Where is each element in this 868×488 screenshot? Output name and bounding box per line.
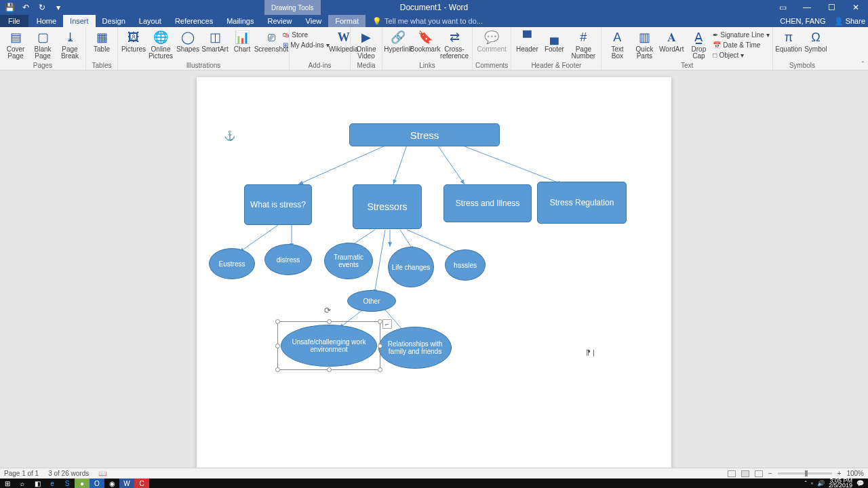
handle[interactable] xyxy=(327,367,332,372)
zoom-out-button[interactable]: − xyxy=(768,470,772,477)
qat-customize-icon[interactable]: ▾ xyxy=(53,2,64,13)
network-icon[interactable]: ▫ xyxy=(811,480,813,487)
chrome-icon[interactable]: ◉ xyxy=(104,479,119,488)
word-icon[interactable]: W xyxy=(119,479,134,488)
handle[interactable] xyxy=(275,319,280,324)
undo-icon[interactable]: ↶ xyxy=(20,2,31,13)
volume-icon[interactable]: 🔊 xyxy=(817,480,825,487)
user-name[interactable]: CHEN, FANG xyxy=(780,17,825,25)
start-button[interactable]: ⊞ xyxy=(0,479,15,488)
redo-icon[interactable]: ↻ xyxy=(37,2,47,13)
zoom-in-button[interactable]: + xyxy=(837,470,842,477)
ie-icon[interactable]: e xyxy=(45,479,60,488)
close-button[interactable]: ✕ xyxy=(844,0,868,15)
bookmark-button[interactable]: 🔖Bookmark xyxy=(412,28,438,53)
layout-options-icon[interactable]: ⌐ xyxy=(382,319,392,329)
share-button[interactable]: 👤 Share xyxy=(834,17,865,26)
tab-insert[interactable]: Insert xyxy=(63,15,96,27)
rotate-handle-icon[interactable]: ⟳ xyxy=(324,306,334,315)
quick-parts-button[interactable]: ▥Quick Parts xyxy=(631,28,657,60)
symbol-button[interactable]: ΩSymbol xyxy=(803,28,829,53)
zoom-level[interactable]: 100% xyxy=(846,470,864,477)
drop-cap-button[interactable]: A̲Drop Cap xyxy=(686,28,711,60)
shape-life-changes[interactable]: Life changes xyxy=(388,247,434,287)
save-icon[interactable]: 💾 xyxy=(4,2,15,13)
handle[interactable] xyxy=(327,319,332,324)
selection-box[interactable]: ⟳ ⌐ xyxy=(277,321,380,370)
blank-page-button[interactable]: ▢Blank Page xyxy=(30,28,56,60)
notifications-icon[interactable]: 💬 xyxy=(856,480,864,487)
shapes-button[interactable]: ◯Shapes xyxy=(175,28,201,53)
shape-root[interactable]: Stress xyxy=(349,123,500,146)
cross-reference-button[interactable]: ⇄Cross-reference xyxy=(439,28,469,60)
minimize-button[interactable]: — xyxy=(795,0,819,15)
document-workspace[interactable]: ⚓ Stress What is stress? Stressors Stres… xyxy=(0,70,868,468)
tab-design[interactable]: Design xyxy=(96,15,132,27)
store-button[interactable]: 🛍Store xyxy=(283,30,329,40)
handle[interactable] xyxy=(275,344,280,348)
web-layout-icon[interactable] xyxy=(755,470,763,477)
tab-layout[interactable]: Layout xyxy=(132,15,168,27)
handle[interactable] xyxy=(378,344,382,348)
handle[interactable] xyxy=(378,319,382,324)
maximize-button[interactable]: ☐ xyxy=(819,0,844,15)
hyperlink-button[interactable]: 🔗Hyperlink xyxy=(385,28,411,53)
object-button[interactable]: □Object ▾ xyxy=(713,50,770,60)
print-layout-icon[interactable] xyxy=(741,470,749,477)
tray-chevron-icon[interactable]: ˆ xyxy=(805,480,807,487)
shape-what-is-stress[interactable]: What is stress? xyxy=(244,184,312,225)
shape-hassles[interactable]: hassles xyxy=(445,249,486,281)
shape-stress-illness[interactable]: Stress and Illness xyxy=(443,184,532,222)
smartart-button[interactable]: ◫SmartArt xyxy=(202,28,228,53)
skype-icon[interactable]: S xyxy=(60,479,75,488)
tab-view[interactable]: View xyxy=(299,15,329,27)
text-box-button[interactable]: AText Box xyxy=(604,28,630,60)
handle[interactable] xyxy=(275,367,280,372)
footer-button[interactable]: ▄Footer xyxy=(541,28,567,53)
cover-page-button[interactable]: ▤Cover Page xyxy=(3,28,28,60)
camtasia-icon[interactable]: C xyxy=(134,479,149,488)
task-view-icon[interactable]: ◧ xyxy=(30,479,45,488)
tab-file[interactable]: File xyxy=(0,15,28,27)
shape-traumatic[interactable]: Traumatic events xyxy=(324,243,373,279)
tab-mailings[interactable]: Mailings xyxy=(220,15,260,27)
table-button[interactable]: ▦Table xyxy=(89,28,115,53)
shape-stressors[interactable]: Stressors xyxy=(353,184,422,229)
app-icon[interactable]: ● xyxy=(75,479,90,488)
page[interactable]: ⚓ Stress What is stress? Stressors Stres… xyxy=(197,77,671,468)
search-icon[interactable]: ⌕ xyxy=(15,479,30,488)
header-button[interactable]: ▀Header xyxy=(514,28,540,53)
chart-button[interactable]: 📊Chart xyxy=(229,28,255,53)
shape-stress-regulation[interactable]: Stress Regulation xyxy=(537,182,627,224)
shape-distress[interactable]: distress xyxy=(264,244,312,275)
clock[interactable]: 3:05 PM2/5/2019 xyxy=(829,479,852,488)
page-number-button[interactable]: #Page Number xyxy=(568,28,598,60)
tab-references[interactable]: References xyxy=(168,15,220,27)
comment-button[interactable]: 💬Comment xyxy=(477,28,507,53)
online-video-button[interactable]: ▶Online Video xyxy=(353,28,379,60)
shape-relationships[interactable]: Relationships with family and friends xyxy=(378,327,452,369)
ribbon-display-icon[interactable]: ▭ xyxy=(770,0,795,15)
equation-button[interactable]: πEquation xyxy=(776,28,802,53)
outlook-icon[interactable]: O xyxy=(90,479,104,488)
date-time-button[interactable]: 📅Date & Time xyxy=(713,40,770,50)
status-words[interactable]: 3 of 26 words xyxy=(48,470,89,477)
shape-other[interactable]: Other xyxy=(347,290,396,312)
screenshot-button[interactable]: ⎚Screenshot xyxy=(256,28,286,53)
my-addins-button[interactable]: ⊞My Add-ins ▾ xyxy=(283,40,329,50)
tab-home[interactable]: Home xyxy=(30,15,63,27)
tab-format[interactable]: Format xyxy=(328,15,366,27)
shape-eustress[interactable]: Eustress xyxy=(209,248,255,279)
zoom-slider[interactable] xyxy=(778,472,832,474)
read-mode-icon[interactable] xyxy=(728,470,736,477)
wordart-button[interactable]: 𝐀WordArt xyxy=(658,28,684,53)
handle[interactable] xyxy=(378,367,382,372)
signature-line-button[interactable]: ✒Signature Line ▾ xyxy=(713,30,770,40)
status-page[interactable]: Page 1 of 1 xyxy=(4,470,39,477)
tab-review[interactable]: Review xyxy=(261,15,299,27)
pictures-button[interactable]: 🖼Pictures xyxy=(121,28,146,53)
collapse-ribbon-icon[interactable]: ˆ xyxy=(862,61,864,68)
spell-check-icon[interactable]: 📖 xyxy=(98,470,106,477)
page-break-button[interactable]: ⤓Page Break xyxy=(57,28,83,60)
online-pictures-button[interactable]: 🌐Online Pictures xyxy=(148,28,174,60)
